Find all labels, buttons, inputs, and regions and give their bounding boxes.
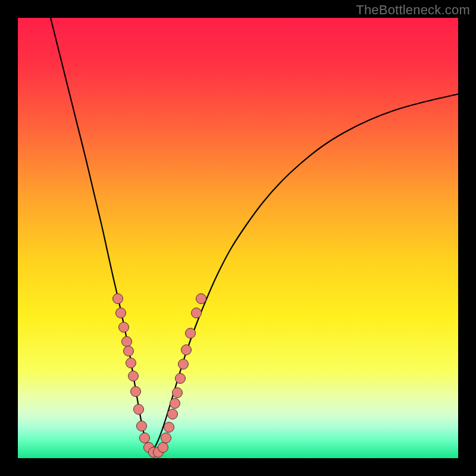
data-marker (137, 421, 147, 431)
data-marker (164, 422, 174, 433)
data-marker (129, 371, 139, 381)
data-marker (140, 433, 150, 443)
data-marker (131, 387, 141, 397)
plot-area (18, 18, 458, 458)
data-marker (126, 358, 136, 368)
data-marker (181, 345, 192, 355)
data-marker (178, 359, 189, 369)
curve-right-branch (152, 94, 458, 452)
data-marker (124, 346, 134, 356)
data-marker (161, 433, 171, 443)
data-marker (116, 308, 126, 318)
data-marker (173, 388, 183, 398)
data-marker (122, 337, 132, 347)
watermark-text: TheBottleneck.com (356, 2, 470, 18)
data-marker (170, 399, 180, 409)
data-marker (113, 294, 123, 304)
data-marker (196, 294, 206, 304)
data-marker (134, 405, 144, 415)
data-marker (192, 308, 202, 318)
data-marker (158, 443, 168, 453)
data-marker (119, 322, 129, 333)
data-marker (186, 328, 196, 339)
curves-layer (18, 18, 458, 458)
chart-frame: TheBottleneck.com (0, 0, 476, 476)
data-markers (113, 294, 206, 458)
data-marker (176, 374, 186, 384)
data-marker (168, 409, 178, 419)
